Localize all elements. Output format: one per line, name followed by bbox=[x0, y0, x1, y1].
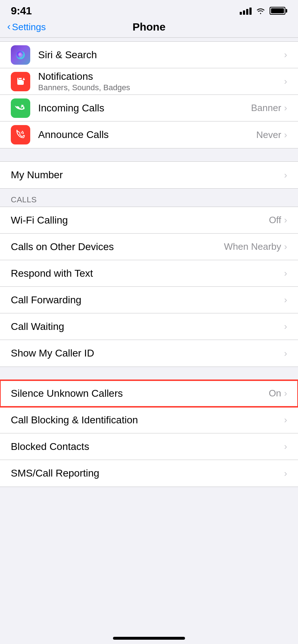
wifi-calling-item[interactable]: Wi-Fi Calling Off › bbox=[0, 207, 298, 234]
back-label[interactable]: Settings bbox=[12, 22, 46, 33]
silence-unknown-callers-value: On bbox=[269, 388, 281, 399]
show-my-caller-id-item[interactable]: Show My Caller ID › bbox=[0, 340, 298, 367]
call-waiting-content: Call Waiting bbox=[11, 321, 284, 332]
call-forwarding-right: › bbox=[284, 294, 287, 305]
incoming-calls-item[interactable]: Incoming Calls Banner › bbox=[0, 95, 298, 121]
show-my-caller-id-content: Show My Caller ID bbox=[11, 348, 284, 359]
chevron-icon: › bbox=[284, 321, 287, 332]
notifications-icon bbox=[11, 72, 30, 91]
my-number-item[interactable]: My Number › bbox=[0, 162, 298, 188]
respond-with-text-item[interactable]: Respond with Text › bbox=[0, 260, 298, 287]
notifications-item[interactable]: Notifications Banners, Sounds, Badges › bbox=[0, 68, 298, 95]
my-number-title: My Number bbox=[11, 169, 284, 181]
svg-rect-7 bbox=[23, 79, 25, 80]
nav-bar: ‹ Settings Phone bbox=[0, 19, 298, 38]
siri-search-right: › bbox=[284, 49, 287, 60]
chevron-icon: › bbox=[284, 170, 287, 181]
call-waiting-item[interactable]: Call Waiting › bbox=[0, 313, 298, 340]
silence-unknown-callers-title: Silence Unknown Callers bbox=[11, 388, 269, 399]
notifications-right: › bbox=[284, 76, 287, 87]
siri-search-item[interactable]: Siri & Search › bbox=[0, 42, 298, 68]
silence-unknown-callers-right: On › bbox=[269, 388, 287, 399]
call-waiting-right: › bbox=[284, 321, 287, 332]
notifications-content: Notifications Banners, Sounds, Badges bbox=[38, 71, 284, 92]
chevron-icon: › bbox=[284, 441, 287, 452]
silence-unknown-callers-item[interactable]: Silence Unknown Callers On › bbox=[0, 380, 298, 407]
wifi-calling-right: Off › bbox=[269, 215, 287, 226]
notifications-title: Notifications bbox=[38, 71, 284, 82]
chevron-icon: › bbox=[284, 414, 287, 426]
announce-calls-item[interactable]: Announce Calls Never › bbox=[0, 121, 298, 148]
my-number-right: › bbox=[284, 170, 287, 181]
blocked-contacts-item[interactable]: Blocked Contacts › bbox=[0, 433, 298, 460]
announce-calls-right: Never › bbox=[256, 129, 287, 141]
respond-with-text-title: Respond with Text bbox=[11, 268, 284, 279]
call-blocking-identification-item[interactable]: Call Blocking & Identification › bbox=[0, 407, 298, 433]
calls-other-devices-content: Calls on Other Devices bbox=[11, 241, 224, 253]
announce-calls-value: Never bbox=[256, 129, 281, 141]
section-gap-bottom bbox=[0, 487, 298, 505]
blocked-contacts-title: Blocked Contacts bbox=[11, 441, 284, 452]
calls-other-devices-value: When Nearby bbox=[224, 241, 281, 252]
wifi-icon bbox=[256, 7, 265, 14]
sms-call-reporting-right: › bbox=[284, 468, 287, 479]
incoming-calls-title: Incoming Calls bbox=[38, 102, 251, 114]
chevron-icon: › bbox=[284, 294, 287, 305]
section-gap-3 bbox=[0, 367, 298, 380]
wifi-calling-title: Wi-Fi Calling bbox=[11, 215, 269, 226]
call-blocking-identification-title: Call Blocking & Identification bbox=[11, 414, 284, 426]
chevron-icon: › bbox=[284, 268, 287, 279]
signal-icon bbox=[240, 7, 252, 15]
incoming-calls-right: Banner › bbox=[251, 102, 287, 114]
call-waiting-title: Call Waiting bbox=[11, 321, 284, 332]
status-bar: 9:41 bbox=[0, 0, 298, 19]
blocked-contacts-content: Blocked Contacts bbox=[11, 441, 284, 452]
section-gap-1 bbox=[0, 148, 298, 161]
section-my-number: My Number › bbox=[0, 161, 298, 189]
wifi-calling-content: Wi-Fi Calling bbox=[11, 215, 269, 226]
sms-call-reporting-title: SMS/Call Reporting bbox=[11, 468, 284, 479]
calls-section-header: CALLS bbox=[0, 192, 298, 207]
chevron-icon: › bbox=[284, 49, 287, 60]
respond-with-text-content: Respond with Text bbox=[11, 268, 284, 279]
call-blocking-identification-content: Call Blocking & Identification bbox=[11, 414, 284, 426]
section-gap-top bbox=[0, 38, 298, 41]
announce-calls-content: Announce Calls bbox=[38, 129, 256, 141]
battery-icon bbox=[270, 7, 287, 15]
chevron-icon: › bbox=[284, 348, 287, 359]
back-chevron-icon: ‹ bbox=[7, 22, 10, 32]
incoming-calls-content: Incoming Calls bbox=[38, 102, 251, 114]
chevron-icon: › bbox=[284, 215, 287, 226]
announce-calls-icon bbox=[11, 125, 30, 144]
chevron-icon: › bbox=[284, 388, 287, 399]
calls-other-devices-item[interactable]: Calls on Other Devices When Nearby › bbox=[0, 234, 298, 260]
notifications-subtitle: Banners, Sounds, Badges bbox=[38, 83, 284, 92]
call-forwarding-item[interactable]: Call Forwarding › bbox=[0, 287, 298, 313]
back-button[interactable]: ‹ Settings bbox=[7, 22, 46, 33]
svg-point-2 bbox=[18, 54, 23, 56]
section-calls: Wi-Fi Calling Off › Calls on Other Devic… bbox=[0, 207, 298, 367]
siri-search-content: Siri & Search bbox=[38, 49, 284, 61]
home-indicator bbox=[113, 637, 185, 640]
siri-icon bbox=[11, 45, 30, 65]
chevron-icon: › bbox=[284, 129, 287, 141]
incoming-calls-value: Banner bbox=[251, 102, 281, 114]
chevron-icon: › bbox=[284, 241, 287, 252]
section-gap-2 bbox=[0, 189, 298, 192]
chevron-icon: › bbox=[284, 468, 287, 479]
announce-calls-title: Announce Calls bbox=[38, 129, 256, 141]
page-title: Phone bbox=[132, 21, 166, 33]
respond-with-text-right: › bbox=[284, 268, 287, 279]
chevron-icon: › bbox=[284, 102, 287, 114]
status-icons bbox=[240, 7, 287, 15]
calls-other-devices-title: Calls on Other Devices bbox=[11, 241, 224, 253]
show-my-caller-id-right: › bbox=[284, 348, 287, 359]
sms-call-reporting-content: SMS/Call Reporting bbox=[11, 468, 284, 479]
call-blocking-identification-right: › bbox=[284, 414, 287, 426]
section-silence: Silence Unknown Callers On › Call Blocki… bbox=[0, 380, 298, 487]
silence-unknown-callers-content: Silence Unknown Callers bbox=[11, 388, 269, 399]
section-top-apps: Siri & Search › Notifications Banners, S… bbox=[0, 41, 298, 148]
sms-call-reporting-item[interactable]: SMS/Call Reporting › bbox=[0, 460, 298, 487]
my-number-content: My Number bbox=[11, 169, 284, 181]
calls-other-devices-right: When Nearby › bbox=[224, 241, 287, 252]
